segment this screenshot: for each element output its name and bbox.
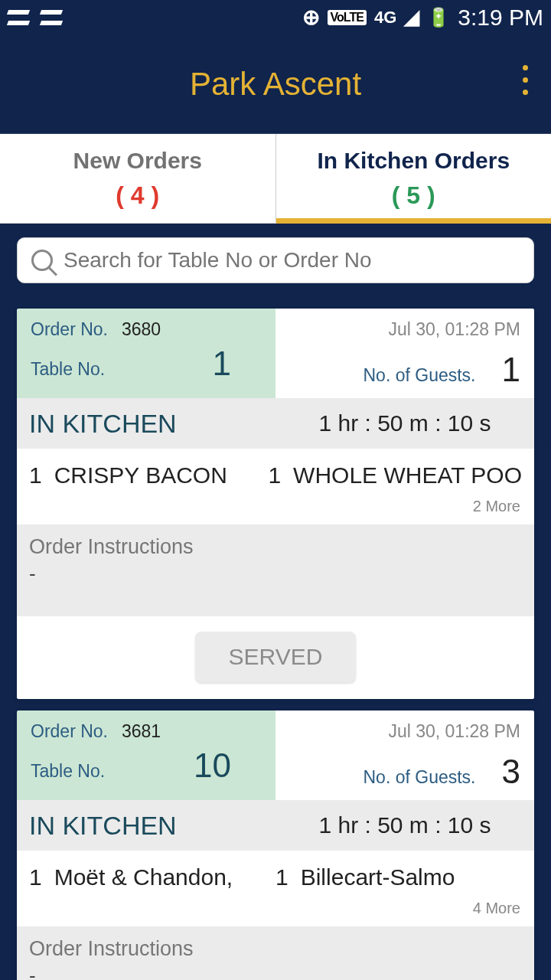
search-bar[interactable]: [17, 237, 534, 283]
order-card[interactable]: Order No. 3681 Table No. 10 Jul 30, 01:2…: [17, 710, 534, 980]
nougat-icon: [41, 7, 62, 28]
clock: 3:19 PM: [458, 5, 543, 31]
overflow-menu-button[interactable]: [523, 65, 528, 95]
tab-label: New Orders: [73, 148, 202, 174]
item-name: WHOLE WHEAT POO: [293, 462, 522, 488]
order-no-label: Order No.: [31, 319, 108, 340]
elapsed-time: 1 hr : 50 m : 10 s: [276, 800, 534, 851]
tab-count: ( 5 ): [392, 181, 435, 210]
tab-label: In Kitchen Orders: [317, 148, 510, 174]
tabs: New Orders ( 4 ) In Kitchen Orders ( 5 ): [0, 134, 551, 224]
order-no-value: 3681: [122, 721, 161, 742]
order-status: IN KITCHEN: [17, 800, 276, 851]
table-no-label: Table No.: [31, 761, 105, 782]
signal-icon: ◢: [404, 5, 419, 29]
guests-value: 3: [502, 753, 520, 791]
served-button[interactable]: SERVED: [195, 632, 357, 682]
orders-list[interactable]: Order No. 3680 Table No. 1 Jul 30, 01:28…: [0, 297, 551, 980]
order-no-value: 3680: [122, 319, 161, 340]
table-no-value: 10: [194, 746, 231, 785]
more-items-link[interactable]: 2 More: [17, 493, 534, 524]
item-qty: 1: [29, 462, 42, 488]
status-bar: ⊕ VoLTE 4G ◢ 🔋 3:19 PM: [0, 0, 551, 34]
battery-charging-icon: 🔋: [427, 7, 450, 28]
order-timestamp: Jul 30, 01:28 PM: [388, 721, 520, 742]
search-input[interactable]: [64, 248, 520, 273]
item-name: Billecart-Salmo: [301, 864, 455, 890]
guests-label: No. of Guests.: [364, 365, 476, 386]
item-qty: 1: [29, 864, 42, 890]
instructions-label: Order Instructions: [29, 937, 522, 961]
order-card[interactable]: Order No. 3680 Table No. 1 Jul 30, 01:28…: [17, 309, 534, 699]
tab-count: ( 4 ): [116, 181, 159, 210]
instructions-text: -: [29, 964, 522, 980]
table-no-value: 1: [213, 345, 231, 383]
elapsed-time: 1 hr : 50 m : 10 s: [276, 398, 534, 449]
item-qty: 1: [268, 462, 281, 488]
instructions-label: Order Instructions: [29, 535, 522, 559]
item-name: CRISPY BACON: [54, 462, 227, 488]
order-no-label: Order No.: [31, 721, 108, 742]
data-sync-icon: ⊕: [302, 5, 320, 30]
app-bar: Park Ascent: [0, 34, 551, 134]
item-qty: 1: [276, 864, 289, 890]
tab-in-kitchen-orders[interactable]: In Kitchen Orders ( 5 ): [276, 134, 552, 223]
guests-value: 1: [502, 351, 520, 389]
volte-badge: VoLTE: [328, 10, 367, 25]
order-timestamp: Jul 30, 01:28 PM: [388, 319, 520, 340]
instructions-text: -: [29, 562, 522, 586]
table-no-label: Table No.: [31, 359, 105, 380]
item-name: Moët & Chandon,: [54, 864, 233, 890]
tab-new-orders[interactable]: New Orders ( 4 ): [0, 134, 276, 223]
order-status: IN KITCHEN: [17, 398, 276, 449]
nougat-icon: [8, 7, 29, 28]
more-items-link[interactable]: 4 More: [17, 895, 534, 926]
app-title: Park Ascent: [190, 66, 361, 103]
search-icon: [31, 250, 53, 271]
guests-label: No. of Guests.: [364, 767, 476, 788]
network-label: 4G: [374, 8, 396, 28]
